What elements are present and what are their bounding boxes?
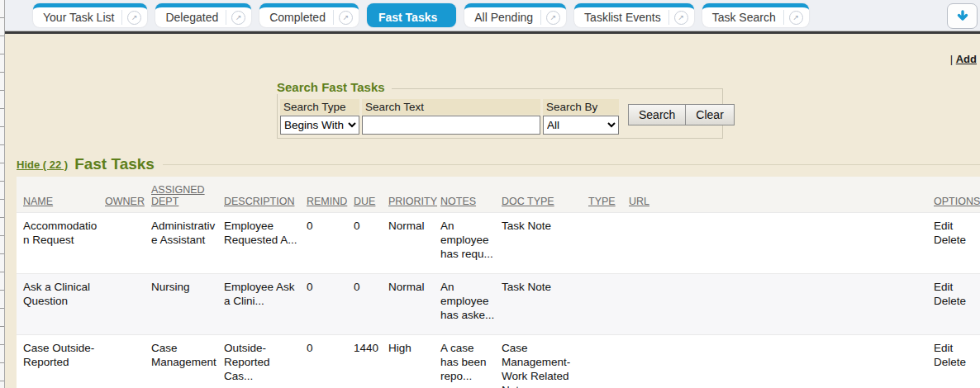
delete-link[interactable]: Delete [934,294,973,308]
table-row: Ask a Clinical Question Nursing Employee… [17,273,980,334]
list-heading: Hide ( 22 ) Fast Tasks [17,155,980,173]
tab-completed[interactable]: Completed ↗ [259,3,359,27]
delete-link[interactable]: Delete [934,355,973,369]
table-row: Accommodation Request Administrative Ass… [17,212,980,273]
cell-remind: 0 [307,273,354,334]
search-type-label: Search Type [280,99,359,115]
popout-icon[interactable]: ↗ [546,11,560,25]
popout-icon[interactable]: ↗ [674,11,688,25]
search-by-select[interactable]: All [543,116,619,135]
edit-link[interactable]: Edit [934,219,973,233]
column-header-doc-type[interactable]: DOC TYPE [502,196,554,207]
column-header-type[interactable]: TYPE [588,196,616,207]
cell-remind: 0 [307,212,354,273]
cell-url [629,273,934,334]
cell-remind: 0 [307,334,354,388]
cell-name: Case Outside-Reported [17,334,105,388]
tab-label: Task Search [712,11,783,24]
search-type-select[interactable]: Begins With [280,116,359,135]
tab-all-pending[interactable]: All Pending ↗ [464,3,566,27]
cell-options: Edit Delete [934,212,980,273]
page-title: Fast Tasks [74,155,155,173]
edit-link[interactable]: Edit [934,341,973,355]
tab-tasklist-events[interactable]: Tasklist Events ↗ [574,3,694,27]
tab-divider [783,10,784,25]
fast-tasks-table: NAME OWNER ASSIGNED DEPT DESCRIPTION REM… [17,177,980,388]
popout-icon[interactable]: ↗ [127,11,141,25]
cell-notes: A case has been repo... [440,334,502,388]
down-arrow-icon [955,9,970,24]
tab-label: Tasklist Events [584,11,668,24]
cell-options: Edit Delete [934,273,980,334]
cell-type [588,212,629,273]
cell-priority: Normal [388,212,440,273]
popout-icon[interactable]: ↗ [231,11,245,25]
search-buttons: Search Clear [628,104,735,125]
tab-divider [540,10,541,25]
tab-delegated[interactable]: Delegated ↗ [155,3,251,27]
search-text-group: Search Text [362,99,540,135]
search-text-label: Search Text [362,99,540,115]
column-header-notes[interactable]: NOTES [440,196,476,207]
column-header-due[interactable]: DUE [354,196,375,207]
cell-assigned-dept: Administrative Assistant [151,212,224,273]
cell-due: 0 [354,212,388,273]
cell-assigned-dept: Nursing [151,273,224,334]
cell-type [588,334,629,388]
cell-name: Ask a Clinical Question [17,273,105,334]
tabbar-divider [0,31,980,34]
column-header-name[interactable]: NAME [23,196,53,207]
column-header-priority[interactable]: PRIORITY [388,196,437,207]
delete-link[interactable]: Delete [934,233,973,247]
column-header-remind[interactable]: REMIND [307,196,347,207]
search-button[interactable]: Search [628,104,686,125]
cell-owner [105,334,151,388]
tab-label: Fast Tasks [378,11,445,24]
table-row: Case Outside-Reported Case Management Ou… [17,334,980,388]
search-panel: Search Fast Tasks Search Type Begins Wit… [277,80,723,139]
cell-doc-type: Task Note [502,212,588,273]
tab-label: Completed [269,11,333,24]
tab-bar: Your Task List ↗ Delegated ↗ Completed ↗… [0,0,980,31]
cell-type [588,273,629,334]
cell-url [629,334,934,388]
column-header-description[interactable]: DESCRIPTION [224,196,294,207]
cell-due: 0 [354,273,388,334]
tab-divider [226,10,226,25]
search-panel-title: Search Fast Tasks [277,80,392,94]
cell-owner [105,212,151,273]
column-header-assigned-dept[interactable]: ASSIGNED DEPT [151,184,205,207]
popout-icon[interactable]: ↗ [339,11,353,25]
search-by-group: Search By All [543,99,619,135]
tab-divider [121,10,122,25]
tab-your-task-list[interactable]: Your Task List ↗ [33,3,147,27]
edit-link[interactable]: Edit [934,280,973,294]
column-header-owner[interactable]: OWNER [105,196,145,207]
cell-doc-type: Case Management-Work Related Note [502,334,588,388]
add-link[interactable]: Add [956,53,977,65]
hide-count-link[interactable]: Hide ( 22 ) [17,159,68,171]
popout-icon[interactable]: ↗ [789,11,803,25]
cell-notes: An employee has requ... [440,212,502,273]
action-row: | Add [0,53,980,67]
tab-scroll-down-button[interactable] [947,3,978,29]
column-header-options[interactable]: OPTIONS [934,196,980,207]
cell-description: Outside-Reported Cas... [224,334,307,388]
cell-name: Accommodation Request [17,212,105,273]
left-ruler-strip [0,0,5,388]
search-text-input[interactable] [362,116,540,135]
tab-label: Your Task List [43,11,121,24]
cell-description: Employee Ask a Clini... [224,273,307,334]
cell-notes: An employee has aske... [440,273,502,334]
tab-task-search[interactable]: Task Search ↗ [702,3,809,27]
fast-tasks-table-container: NAME OWNER ASSIGNED DEPT DESCRIPTION REM… [17,177,980,388]
tab-divider [333,10,334,25]
search-type-group: Search Type Begins With [280,99,359,135]
tab-label: Delegated [165,11,226,24]
heading-rule [163,164,980,165]
tab-fast-tasks[interactable]: Fast Tasks [367,3,456,27]
column-header-url[interactable]: URL [629,196,649,207]
table-header-row: NAME OWNER ASSIGNED DEPT DESCRIPTION REM… [17,177,980,212]
cell-priority: Normal [388,273,440,334]
clear-button[interactable]: Clear [685,104,734,125]
